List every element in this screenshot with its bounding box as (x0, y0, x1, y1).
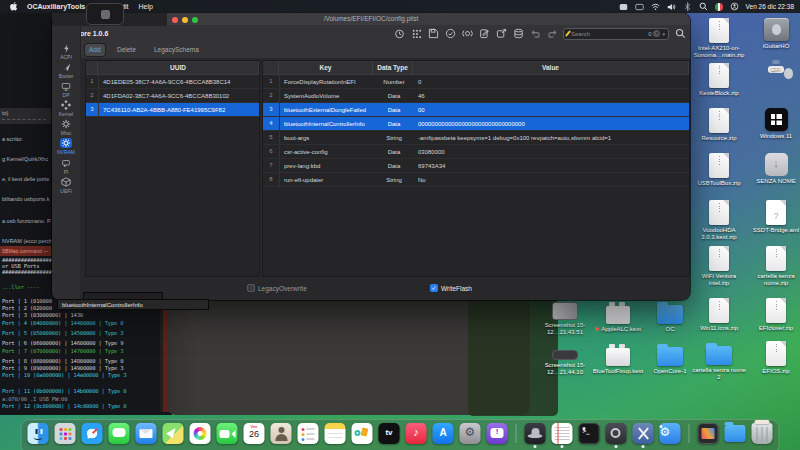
dock-kext-tool-icon[interactable] (660, 423, 681, 444)
edit-button[interactable] (478, 28, 490, 40)
hex-view-button[interactable] (410, 28, 422, 40)
export-button[interactable] (495, 28, 507, 40)
desktop-icon-screenshot[interactable]: Screenshot 15-12…21.44.10 (539, 350, 591, 376)
dock-mail-icon[interactable] (136, 423, 157, 444)
dock-launchpad-icon[interactable] (55, 423, 76, 444)
uuid-row[interactable]: 24D1FDA02-38C7-4A6A-9CC6-4BCCA8B30102 (86, 89, 259, 103)
desktop-icon-folder[interactable]: OpenCore-1 (645, 342, 695, 375)
desktop-icon-efi-drive[interactable]: EFI (749, 60, 800, 73)
keybo​ard-icon[interactable] (635, 2, 644, 11)
desktop-icon-zip[interactable]: Resource.zip (692, 108, 746, 142)
desktop-icon-kext[interactable]: AppleALC.kext (590, 302, 646, 333)
sidebar-item-acpi[interactable]: ACPI (52, 43, 80, 62)
validate-button[interactable] (444, 28, 456, 40)
input-language-flag-icon[interactable] (715, 3, 723, 11)
desktop-icon-kext[interactable]: BlueToolFixup.kext (590, 344, 646, 375)
dock-reminders-icon[interactable] (298, 423, 319, 444)
find-button[interactable] (674, 28, 686, 40)
kv-row[interactable]: 7prev-lang:kbdData69743A34 (263, 159, 689, 173)
desktop-icon-zip[interactable]: EFIOS.zip (749, 341, 800, 375)
chevron-down-icon[interactable]: ▾ (662, 31, 665, 37)
dock-freeform-icon[interactable] (352, 423, 373, 444)
apple-menu-icon[interactable] (10, 2, 18, 11)
volume-icon[interactable] (667, 2, 676, 11)
dock-terminal-icon[interactable] (579, 423, 600, 444)
dock-ocauxiliarytools-icon[interactable] (633, 423, 654, 444)
clear-search-icon[interactable]: ✕ (653, 30, 660, 37)
save-button[interactable] (427, 28, 439, 40)
dock-textedit-icon[interactable] (552, 423, 573, 444)
dock-photos-icon[interactable] (190, 423, 211, 444)
close-button[interactable] (172, 17, 178, 23)
tab-legacyschema[interactable]: LegacySchema (150, 44, 203, 56)
dock-maps-icon[interactable] (163, 423, 184, 444)
menu-bar-clock[interactable]: Ven 26 dic 22:38 (746, 3, 794, 10)
sidebar-item-nvram[interactable]: NVRAM (52, 138, 80, 157)
desktop-icon-windows[interactable]: Windows 11 (749, 108, 800, 140)
desktop-icon-zip[interactable]: Intel-AX210-on-Sonoma…main.zip (692, 18, 746, 59)
desktop-icon-zip[interactable]: WiFi Ventura intel.zip (692, 246, 746, 287)
kv-row[interactable]: 6csr-active-configData03080000 (263, 145, 689, 159)
dock-downloads-folder-icon[interactable] (725, 425, 746, 442)
dock-notes-icon[interactable] (325, 423, 346, 444)
spotlight-icon[interactable] (699, 2, 708, 11)
redo-button[interactable] (546, 28, 558, 40)
uuid-row[interactable]: 14D1EDE05-38C7-4A6A-9CC6-4BCCA8B38C14 (86, 75, 259, 89)
legacy-overwrite-checkbox[interactable]: LegacyOverwrite (247, 284, 307, 292)
wifi-icon[interactable] (651, 2, 660, 11)
kv-row[interactable]: 2SystemAudioVolumeData46 (263, 89, 689, 103)
menu-help[interactable]: Help (139, 3, 153, 10)
desktop-icon-folder[interactable]: OC (645, 300, 695, 333)
snapshot-button[interactable] (512, 28, 524, 40)
kv-row[interactable]: 5boot-argsString-amfipassbeta keepsyms=1… (263, 131, 689, 145)
search-input[interactable]: Search 0 ✕ ▾ (563, 28, 669, 40)
desktop-icon-folder[interactable]: cartella senza nome 2 (692, 341, 746, 381)
dock-calendar-icon[interactable]: Ven26 (244, 423, 265, 444)
dock-contacts-icon[interactable] (271, 423, 292, 444)
write-flash-checkbox[interactable]: ✓WriteFlash (430, 284, 472, 292)
tab-add[interactable]: Add (85, 44, 105, 56)
dock-appstore-icon[interactable] (433, 423, 454, 444)
dock-config-tool-icon[interactable] (606, 423, 627, 444)
sidebar-item-booter[interactable]: Booter (52, 62, 80, 81)
minimize-button[interactable] (182, 17, 188, 23)
desktop-icon-zip[interactable]: cartella senza nome.zip (749, 246, 800, 287)
dock-trash-icon[interactable] (752, 423, 773, 444)
kv-row[interactable]: 8run-efi-updaterStringNo (263, 173, 689, 187)
tab-delete[interactable]: Delete (113, 44, 140, 56)
dock-messages-icon[interactable] (109, 423, 130, 444)
history-button[interactable] (393, 28, 405, 40)
sidebar-item-kernel[interactable]: Kernel (52, 100, 80, 119)
zoom-button[interactable] (192, 17, 198, 23)
dock-safari-icon[interactable] (82, 423, 103, 444)
desktop-icon-screenshot[interactable]: Screenshot 15-12…21.43.51 (539, 302, 591, 336)
dock-music-icon[interactable] (406, 423, 427, 444)
refresh-button[interactable] (461, 28, 473, 40)
desktop-icon-drive[interactable]: iGuitarHO (749, 18, 800, 50)
kv-row[interactable]: 1ForceDisplayRotationInEFINumber0 (263, 75, 689, 89)
desktop-icon-zip[interactable]: Win11.icns.zip (692, 298, 746, 332)
dock-finder-icon[interactable] (28, 423, 49, 444)
active-app-menu[interactable]: OCAuxiliaryTools (27, 3, 85, 10)
screen-mirroring-icon[interactable] (619, 2, 628, 11)
desktop-icon-zip[interactable]: EFIclover.zip (749, 298, 800, 332)
floating-thumbnail[interactable] (86, 3, 124, 25)
desktop-icon-aml[interactable]: SSDT-Bridge.aml (749, 200, 800, 234)
desktop-icon-zip[interactable]: USBToolBox.zip (692, 153, 746, 187)
kv-row-selected[interactable]: 4bluetoothInternalControllerInfoData0000… (263, 117, 689, 131)
kv-row-selected[interactable]: 3bluetoothExternalDongleFailedData00 (263, 103, 689, 117)
sidebar-item-misc[interactable]: Misc (52, 119, 80, 138)
dock-facetime-icon[interactable] (217, 423, 238, 444)
sidebar-item-uefi[interactable]: UEFI (52, 177, 80, 196)
desktop-icon-download[interactable]: SENZA NOME (749, 153, 800, 185)
dock-preview-window-icon[interactable] (698, 423, 719, 444)
desktop-icon-zip[interactable]: VoodooHDA 3.0.3.kext.zip (692, 200, 746, 241)
uuid-row-selected[interactable]: 37C436110-AB2A-4BBB-A880-FE41995C9F82 (86, 103, 259, 117)
dock-appletv-icon[interactable] (379, 423, 400, 444)
bluetooth-icon[interactable] (683, 2, 692, 11)
dock-hackintool-icon[interactable] (525, 423, 546, 444)
dock-system-settings-icon[interactable] (460, 423, 481, 444)
control-center-icon[interactable] (730, 2, 739, 11)
sidebar-item-dp[interactable]: DP (52, 81, 80, 100)
undo-button[interactable] (529, 28, 541, 40)
